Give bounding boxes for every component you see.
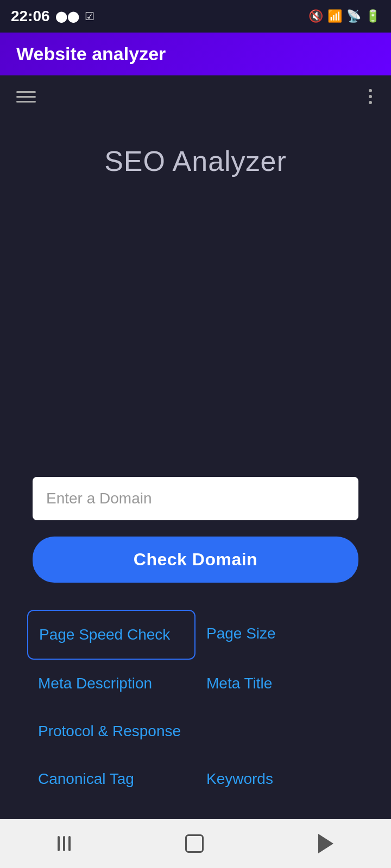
- feature-meta-title-label: Meta Title: [206, 675, 272, 692]
- back-icon: [318, 834, 333, 853]
- feature-grid: Page Speed Check Page Size Meta Descript…: [0, 604, 391, 819]
- feature-protocol-response-label: Protocol & Response: [38, 723, 181, 739]
- domain-input[interactable]: [33, 477, 358, 520]
- recents-icon: [58, 836, 71, 851]
- feature-meta-title[interactable]: Meta Title: [195, 660, 364, 707]
- dot-2: [369, 95, 372, 98]
- nav-back-button[interactable]: [302, 828, 350, 859]
- domain-input-section: [0, 477, 391, 537]
- seo-title-section: SEO Analyzer: [0, 118, 391, 177]
- feature-page-speed-check-label: Page Speed Check: [39, 626, 170, 643]
- more-options-icon[interactable]: [366, 86, 375, 107]
- app-header: Website analyzer: [0, 33, 391, 75]
- signal-icon: 📡: [346, 9, 361, 23]
- feature-page-size-label: Page Size: [206, 625, 276, 642]
- seo-analyzer-title: SEO Analyzer: [16, 145, 375, 177]
- feature-keywords-label: Keywords: [206, 770, 273, 787]
- feature-meta-description[interactable]: Meta Description: [27, 660, 195, 707]
- feature-keywords[interactable]: Keywords: [195, 755, 364, 803]
- hamburger-line-2: [16, 96, 36, 98]
- feature-canonical-tag[interactable]: Canonical Tag: [27, 755, 195, 803]
- feature-canonical-tag-label: Canonical Tag: [38, 770, 134, 787]
- status-bar: 22:06 ⬤⬤ ☑ 🔇 📶 📡 🔋: [0, 0, 391, 33]
- recording-icon: ⬤⬤: [55, 10, 79, 23]
- app-header-title: Website analyzer: [16, 43, 166, 65]
- bottom-nav-bar: [0, 819, 391, 868]
- dot-3: [369, 101, 372, 104]
- status-bar-left: 22:06 ⬤⬤ ☑: [11, 8, 94, 25]
- battery-icon: 🔋: [365, 9, 380, 23]
- main-content: SEO Analyzer Check Domain Page Speed Che…: [0, 118, 391, 819]
- feature-meta-description-label: Meta Description: [38, 675, 152, 692]
- status-icons: 🔇 📶 📡 🔋: [308, 9, 380, 23]
- hamburger-line-3: [16, 101, 36, 103]
- wifi-icon: 📶: [327, 9, 342, 23]
- home-icon: [185, 834, 204, 853]
- feature-page-speed-check[interactable]: Page Speed Check: [27, 610, 195, 660]
- hamburger-menu-icon[interactable]: [16, 91, 36, 103]
- nav-recents-button[interactable]: [41, 831, 87, 857]
- hamburger-line-1: [16, 91, 36, 93]
- check-button-section: Check Domain: [0, 537, 391, 604]
- feature-page-size[interactable]: Page Size: [195, 610, 364, 660]
- nav-home-button[interactable]: [169, 829, 220, 858]
- dot-1: [369, 89, 372, 92]
- mute-icon: 🔇: [308, 9, 323, 23]
- check-icon: ☑: [85, 10, 94, 23]
- feature-protocol-response[interactable]: Protocol & Response: [27, 707, 195, 755]
- check-domain-button[interactable]: Check Domain: [33, 537, 358, 583]
- status-time: 22:06: [11, 8, 50, 25]
- nav-bar: [0, 75, 391, 118]
